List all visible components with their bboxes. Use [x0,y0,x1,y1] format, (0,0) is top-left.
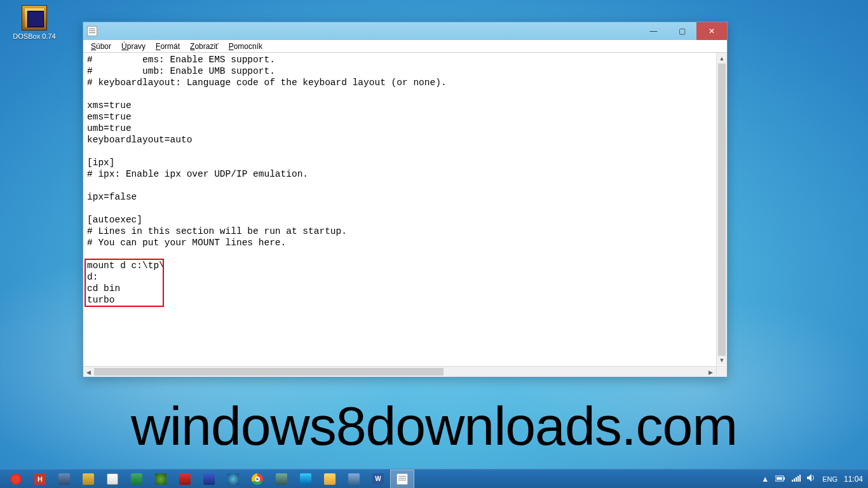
thunderbird-icon [227,473,240,485]
opera-icon [10,473,22,485]
scroll-down-arrow-icon[interactable]: ▼ [717,355,727,365]
taskbar-pdf-reader-icon[interactable] [173,470,197,489]
resize-grip[interactable] [716,366,727,377]
maximize-button[interactable]: ▢ [668,22,696,40]
word-icon: W [372,473,384,485]
taskbar-image-app-icon[interactable] [125,470,149,489]
picture-viewer-icon [58,473,71,485]
minimize-button[interactable]: — [639,22,668,40]
taskbar-floppy-save-icon[interactable] [197,470,221,489]
menu-pomocník[interactable]: Pomocník [224,41,268,51]
taskbar-app-h-icon[interactable]: H [28,470,52,489]
paint-icon [106,473,119,485]
svg-rect-5 [796,477,797,482]
chrome-icon [251,473,264,485]
vertical-scroll-thumb[interactable] [718,64,726,356]
taskbar-utility-app-icon[interactable] [342,470,366,489]
desktop: DOSBox 0.74 — ▢ ✕ SúborÚpravyFormátZobra… [0,0,868,488]
taskbar-items: HW [4,470,414,488]
clock[interactable]: 11:04 [844,475,863,484]
taskbar-picture-viewer-icon[interactable] [52,470,76,489]
menu-úpravy[interactable]: Úpravy [116,41,151,51]
scroll-left-arrow-icon[interactable]: ◀ [83,367,94,377]
notepad-icon [396,473,409,485]
taskbar-chrome-icon[interactable] [245,470,269,489]
notepad-app-icon [87,26,97,36]
file-explorer-icon [323,473,336,485]
app-h-icon: H [34,473,46,485]
horizontal-scroll-thumb[interactable] [94,368,444,376]
menubar: SúborÚpravyFormátZobraziťPomocník [83,40,727,53]
totalcmd-icon [82,473,95,485]
svg-rect-4 [794,478,795,482]
svg-marker-8 [807,474,811,482]
taskbar-totalcmd-icon[interactable] [76,470,100,489]
svg-rect-6 [797,476,799,482]
system-tray: ▲ ENG 11:04 [761,470,868,488]
text-editor[interactable]: # ems: Enable EMS support. # umb: Enable… [85,54,715,365]
scroll-up-arrow-icon[interactable]: ▲ [717,53,727,64]
menu-formát[interactable]: Formát [151,41,185,51]
taskbar-thunderbird-icon[interactable] [221,470,245,489]
notepad-window: — ▢ ✕ SúborÚpravyFormátZobraziťPomocník … [83,22,728,377]
horizontal-scrollbar[interactable]: ◀ ▶ [83,366,716,377]
menu-zobraziť[interactable]: Zobraziť [185,41,224,51]
link-app-icon [275,473,288,485]
taskbar-game-app-icon[interactable] [294,470,318,489]
show-hidden-icons-icon[interactable]: ▲ [761,475,769,484]
game-app-icon [299,473,312,485]
taskbar-link-app-icon[interactable] [269,470,294,489]
taskbar-notepad-icon[interactable] [390,470,414,489]
floppy-save-icon [203,473,215,485]
window-controls: — ▢ ✕ [639,22,727,40]
taskbar: HW ▲ ENG 11:04 [0,469,868,488]
watermark-text: windows8downloads.com [0,395,868,458]
taskbar-media-app-icon[interactable] [149,470,173,489]
titlebar[interactable]: — ▢ ✕ [83,22,727,40]
menu-súbor[interactable]: Súbor [86,41,116,51]
taskbar-opera-icon[interactable] [4,470,28,489]
desktop-icon-label: DOSBox 0.74 [13,32,55,40]
pdf-reader-icon [179,473,191,485]
svg-rect-3 [792,480,793,482]
vertical-scrollbar[interactable]: ▲ ▼ [716,53,727,365]
image-app-icon [130,473,143,485]
scroll-right-arrow-icon[interactable]: ▶ [705,367,716,377]
taskbar-paint-icon[interactable] [100,470,125,489]
svg-rect-1 [783,477,785,480]
desktop-icon-dosbox[interactable]: DOSBox 0.74 [11,5,57,40]
svg-rect-7 [799,475,801,482]
taskbar-file-explorer-icon[interactable] [318,470,342,489]
media-app-icon [154,473,167,485]
close-button[interactable]: ✕ [696,22,727,40]
utility-app-icon [348,473,360,485]
volume-icon[interactable] [807,474,816,484]
svg-rect-2 [776,477,782,480]
dosbox-icon [22,5,47,30]
taskbar-word-icon[interactable]: W [366,470,390,489]
language-indicator[interactable]: ENG [822,475,837,483]
battery-icon[interactable] [775,475,785,484]
network-icon[interactable] [792,474,801,484]
editor-area: # ems: Enable EMS support. # umb: Enable… [83,53,727,377]
